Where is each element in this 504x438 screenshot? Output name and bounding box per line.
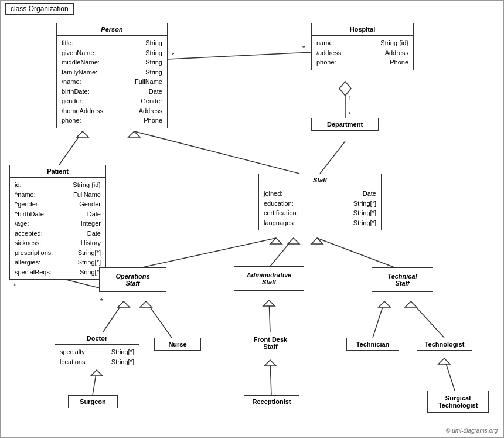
diagram-container: class Organization * * 1 * * *: [0, 0, 504, 438]
svg-line-29: [411, 301, 444, 338]
front-desk-class: Front DeskStaff: [246, 332, 295, 354]
svg-line-33: [270, 360, 271, 395]
svg-marker-11: [128, 131, 140, 137]
admin-staff-class: AdministrativeStaff: [234, 266, 304, 291]
front-desk-title: Front DeskStaff: [246, 332, 295, 354]
svg-line-8: [59, 131, 83, 165]
svg-line-35: [444, 358, 455, 391]
svg-text:*: *: [348, 111, 351, 118]
svg-line-27: [373, 301, 384, 338]
svg-marker-24: [140, 301, 152, 307]
operations-staff-class: OperationsStaff: [99, 267, 166, 292]
svg-marker-32: [91, 370, 103, 376]
svg-marker-22: [118, 301, 130, 307]
technician-title: Technician: [347, 338, 399, 350]
svg-marker-30: [405, 301, 417, 307]
svg-line-12: [142, 238, 276, 267]
doctor-body: specialty:String[*] locations:String[*]: [55, 345, 139, 369]
surgical-technologist-class: SurgicalTechnologist: [427, 391, 489, 413]
receptionist-title: Receptionist: [244, 396, 299, 408]
svg-marker-36: [438, 358, 450, 364]
technician-class: Technician: [346, 338, 399, 351]
department-title: Department: [312, 118, 378, 130]
hospital-title: Hospital: [312, 23, 413, 36]
svg-line-7: [320, 141, 345, 174]
person-class: Person title:String givenName:String mid…: [56, 23, 168, 128]
department-class: Department: [311, 118, 379, 131]
svg-marker-34: [264, 360, 276, 366]
technical-staff-class: TechnicalStaff: [372, 267, 433, 292]
technologist-class: Technologist: [417, 338, 472, 351]
staff-class: Staff joined:Date education:String[*] ce…: [258, 174, 382, 230]
admin-staff-title: AdministrativeStaff: [234, 267, 304, 290]
receptionist-class: Receptionist: [244, 395, 299, 408]
svg-line-20: [64, 279, 99, 288]
operations-staff-title: OperationsStaff: [100, 268, 166, 291]
svg-line-14: [270, 238, 294, 266]
svg-marker-17: [311, 238, 323, 244]
technologist-title: Technologist: [417, 338, 472, 350]
person-body: title:String givenName:String middleName…: [57, 36, 167, 128]
svg-text:*: *: [100, 297, 103, 304]
svg-marker-26: [263, 300, 275, 306]
svg-line-0: [168, 52, 311, 59]
svg-line-31: [93, 370, 97, 395]
svg-line-21: [103, 301, 124, 332]
hospital-class: Hospital name:String {id} /address:Addre…: [311, 23, 414, 70]
patient-title: Patient: [10, 165, 105, 178]
surgeon-class: Surgeon: [68, 395, 118, 408]
hospital-body: name:String {id} /address:Address phone:…: [312, 36, 413, 70]
svg-line-16: [317, 238, 394, 267]
svg-marker-4: [339, 82, 351, 96]
person-title: Person: [57, 23, 167, 36]
patient-class: Patient id:String {id} ^name:FullName ^g…: [9, 165, 106, 280]
copyright: © uml-diagrams.org: [446, 427, 498, 434]
doctor-class: Doctor specialty:String[*] locations:Str…: [55, 332, 139, 369]
svg-line-10: [134, 131, 299, 174]
diagram-title: class Organization: [5, 3, 74, 15]
staff-title: Staff: [259, 174, 381, 186]
nurse-class: Nurse: [154, 338, 201, 351]
svg-text:*: *: [13, 282, 16, 289]
surgical-technologist-title: SurgicalTechnologist: [428, 391, 488, 412]
surgeon-title: Surgeon: [69, 396, 117, 408]
svg-marker-13: [270, 238, 282, 244]
doctor-title: Doctor: [55, 332, 139, 345]
svg-line-23: [146, 301, 172, 338]
svg-text:*: *: [172, 52, 175, 59]
svg-marker-15: [288, 238, 299, 244]
technical-staff-title: TechnicalStaff: [372, 268, 433, 291]
svg-marker-28: [379, 301, 390, 307]
staff-body: joined:Date education:String[*] certific…: [259, 186, 381, 230]
svg-marker-9: [77, 131, 88, 137]
nurse-title: Nurse: [155, 338, 200, 350]
svg-text:1: 1: [348, 94, 352, 101]
svg-line-25: [269, 300, 270, 332]
svg-text:*: *: [302, 45, 305, 52]
patient-body: id:String {id} ^name:FullName ^gender:Ge…: [10, 178, 105, 279]
